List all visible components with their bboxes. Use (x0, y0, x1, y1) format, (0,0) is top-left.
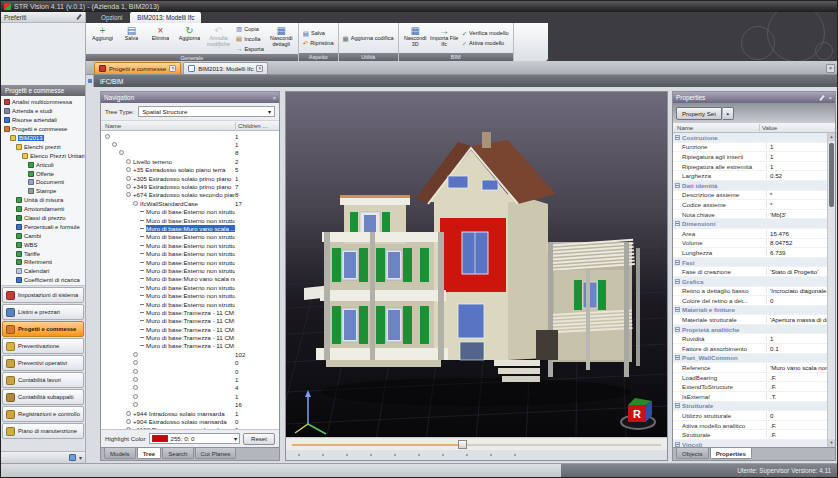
scroll-down-icon[interactable]: ▼ (828, 439, 835, 447)
ifc-tree-row[interactable]: 8 (101, 149, 279, 157)
pin-icon[interactable] (820, 95, 825, 101)
tree-item[interactable]: Tariffe (1, 249, 85, 258)
tree-item[interactable]: Percentuali e formule (1, 222, 85, 231)
close-icon[interactable]: × (169, 65, 176, 72)
property-row[interactable]: Vincoli (673, 440, 827, 447)
ribbon-button[interactable]: ▤Incolla (234, 34, 266, 43)
property-row[interactable]: Ripiegatura agli inserti 1 (673, 152, 827, 162)
property-row[interactable]: Materiale strutturale 'Apertura massa di… (673, 315, 827, 325)
close-icon[interactable]: × (272, 95, 276, 101)
close-icon[interactable]: × (826, 64, 835, 73)
ribbon-button[interactable]: ▦Aggiorna codifica (341, 34, 396, 43)
tree-type-select[interactable]: Spatial Structure ▾ (138, 106, 275, 117)
property-set-button[interactable]: Property Set (676, 107, 722, 120)
ifc-tree-row[interactable]: Muro di base:Esterno non struttural... (101, 300, 279, 308)
ifc-tree-row[interactable]: Muro di base:Muro vano scala non ... (101, 275, 279, 283)
module-button[interactable]: Progetti e commesse (2, 321, 84, 337)
tree-item[interactable]: Articoli (1, 160, 85, 169)
ribbon-button[interactable]: ↶Annulla modifiche righe (204, 24, 233, 53)
ribbon-button[interactable]: →Esporta (234, 44, 266, 53)
tree-item[interactable]: Offerte (1, 169, 85, 178)
module-button[interactable]: Piano di manutenzione (2, 423, 84, 439)
property-row[interactable]: Nota chiave 'Mb[3' (673, 210, 827, 220)
ifc-tree-row[interactable]: +944 Intradosso solaio mansarda 1 (101, 409, 279, 417)
navigation-tab[interactable]: Tree (137, 448, 162, 459)
ifc-tree-row[interactable]: +305 Estradosso solaio primo piano 1 (101, 174, 279, 182)
module-button[interactable]: Registrazioni e controllo (2, 406, 84, 422)
ifc-tree-row[interactable]: 1 (101, 392, 279, 400)
properties-tab[interactable]: Properties (710, 448, 752, 459)
tree-item[interactable]: Progetti e commesse (1, 125, 85, 134)
ribbon-button[interactable]: ▤Salva (301, 29, 336, 38)
module-button[interactable]: Preventivi operativi (2, 355, 84, 371)
tree-item[interactable]: Classi di prezzo (1, 214, 85, 223)
ifc-tree-row[interactable]: 1 (101, 140, 279, 148)
doc-tab-bim2013[interactable]: BIM2013: Modelli Ifc × (183, 62, 268, 74)
tree-item[interactable]: Arrotondamenti (1, 205, 85, 214)
module-button[interactable]: Preventivazione (2, 338, 84, 354)
property-row[interactable]: Dati identità (673, 181, 827, 191)
column-name[interactable]: Name (673, 124, 759, 131)
tree-item[interactable]: Analisi multicommessa (1, 98, 85, 107)
navigation-tab[interactable]: Models (104, 448, 136, 459)
pin-icon[interactable] (76, 14, 81, 20)
scrollbar-thumb[interactable] (829, 143, 834, 207)
tree-item[interactable]: Elenchi prezzi (1, 142, 85, 151)
property-row[interactable]: Codice assieme * (673, 200, 827, 210)
ifc-tree-row[interactable]: Muro di base:Esterno non struttural... (101, 249, 279, 257)
property-row[interactable]: Area 15.476 (673, 229, 827, 239)
collapsed-panel-tab[interactable] (86, 75, 94, 87)
tree-item[interactable]: Stampe (1, 187, 85, 196)
ribbon-button[interactable]: ▦Nascondi 3D (401, 24, 430, 52)
ifc-tree-row[interactable]: Muro di base:Muro vano scala ... (101, 224, 279, 232)
property-row[interactable]: Utilizzo strutturale 0 (673, 411, 827, 421)
property-row[interactable]: Dimensioni (673, 219, 827, 229)
ribbon-button[interactable]: ▦Nascondi dettagli (267, 24, 296, 53)
module-button[interactable]: Impostazioni di sistema (2, 287, 84, 303)
ifc-tree-row[interactable]: Muro di base:Tramezza - 11 CM:17... (101, 325, 279, 333)
property-row[interactable]: Pset_WallCommon (673, 354, 827, 364)
tree-item[interactable]: Azienda e studi (1, 107, 85, 116)
property-row[interactable]: Fase di creazione 'Stato di Progetto' (673, 267, 827, 277)
property-row[interactable]: Colore del retino a det... 0 (673, 296, 827, 306)
property-row[interactable]: Costruzione (673, 133, 827, 143)
property-row[interactable]: Attiva modello analitico .F. (673, 421, 827, 431)
ribbon-button[interactable]: ✓Attiva modello (460, 39, 511, 48)
property-row[interactable]: Grafica (673, 277, 827, 287)
chevron-down-icon[interactable]: ▾ (79, 454, 82, 461)
viewport-slider[interactable] (286, 437, 667, 450)
property-row[interactable]: Lunghezza 6.739 (673, 248, 827, 258)
column-name[interactable]: Name (101, 122, 235, 129)
property-row[interactable]: Ruvidità 1 (673, 334, 827, 344)
property-row[interactable]: Fasi (673, 258, 827, 268)
ribbon-tab[interactable]: Opzioni (94, 12, 129, 23)
ifc-tree-row[interactable]: +35 Estradosso solaio piano terra 5 (101, 166, 279, 174)
navigation-tab[interactable]: Search (162, 448, 193, 459)
ifc-tree-row[interactable]: Livello terreno 2 (101, 157, 279, 165)
column-children[interactable]: Children ... (235, 122, 279, 129)
module-button[interactable]: Contabilità subappalti (2, 389, 84, 405)
property-row[interactable]: Funzione 1 (673, 143, 827, 153)
highlight-color-select[interactable]: 255; 0; 0 ▾ (149, 433, 240, 444)
property-row[interactable]: Proprietà analitiche (673, 325, 827, 335)
property-row[interactable]: ExtendToStructure .F. (673, 382, 827, 392)
reset-button[interactable]: Reset (243, 433, 275, 445)
props-scrollbar[interactable]: ▲ ▼ (827, 133, 835, 447)
tree-item[interactable]: Cambi (1, 231, 85, 240)
ribbon-button[interactable]: ×Elimina (146, 24, 175, 53)
property-row[interactable]: Strutturale (673, 402, 827, 412)
property-row[interactable]: Larghezza 0.52 (673, 171, 827, 181)
ifc-tree-row[interactable]: 1 (101, 132, 279, 140)
navigation-tab[interactable]: Cut Planes (195, 448, 237, 459)
tree-item[interactable]: Elenco Prezzi Unitari (1, 151, 85, 160)
chevron-up-icon[interactable]: ▴ (723, 107, 734, 120)
doc-tab-progetti[interactable]: Progetti e commesse × (94, 62, 181, 74)
viewport-canvas[interactable]: R (286, 92, 667, 437)
ribbon-button[interactable]: ▤Salva (117, 24, 146, 53)
ribbon-tab[interactable]: BIM2013: Modelli Ifc (130, 12, 201, 23)
ifc-tree-row[interactable]: Muro di base:Esterno non struttural... (101, 216, 279, 224)
property-row[interactable]: Materiali e finiture (673, 306, 827, 316)
close-icon[interactable]: × (256, 65, 263, 72)
ifc-tree-row[interactable]: +349 Estradosso solaio primo piano 7 (101, 182, 279, 190)
ifc-tree-row[interactable]: 0 (101, 367, 279, 375)
